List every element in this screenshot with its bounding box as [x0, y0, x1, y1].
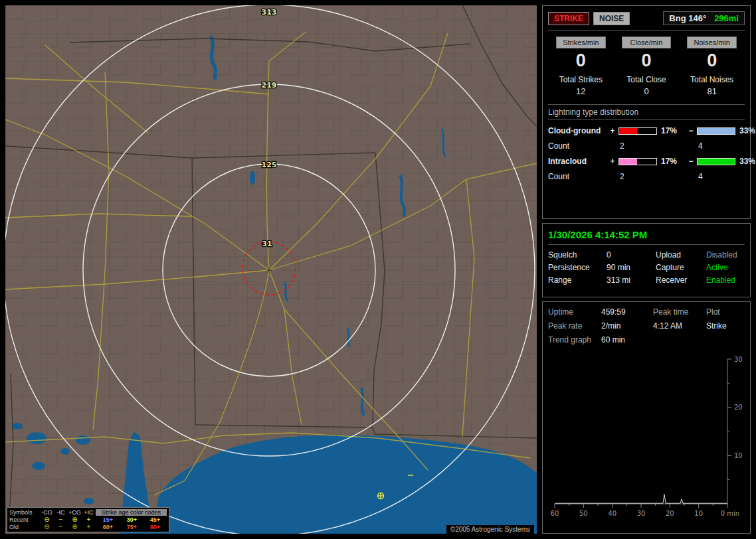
range-value: 313 mi — [607, 275, 656, 285]
bearing-readout: Bng 146° 296mi — [663, 11, 745, 25]
squelch-value: 0 — [607, 250, 656, 260]
cg-negative-bar — [697, 127, 735, 135]
neg-ic-old-icon: − — [54, 524, 68, 530]
legend-col-pos-ic: +IC — [82, 509, 96, 516]
uptime-value: 459:59 — [601, 307, 653, 317]
age-60: 60+ — [96, 524, 120, 530]
age-90: 90+ — [143, 524, 167, 530]
display-mode-row: STRIKE NOISE Bng 146° 296mi — [548, 11, 745, 31]
total-noises-value: 81 — [679, 86, 745, 96]
legend-row-old-label: Old — [9, 524, 40, 530]
range-label: Range — [548, 275, 607, 285]
trend-line — [555, 495, 727, 504]
close-per-min-value: 0 — [614, 50, 680, 71]
ic-positive-count: 2 — [618, 172, 657, 181]
cg-negative-pct: 33% — [737, 126, 756, 135]
old-strike-symbol — [378, 493, 384, 499]
upload-label: Upload — [656, 250, 706, 260]
noises-per-min-button[interactable]: Noises/min — [687, 37, 737, 48]
copyright-notice: ©2005 Astrogenic Systems — [446, 525, 534, 534]
neg-ic-recent-icon: − — [54, 516, 68, 523]
ring-label-313: 313 — [262, 8, 277, 17]
right-panel: STRIKE NOISE Bng 146° 296mi Strikes/min … — [542, 5, 751, 534]
pos-ic-old-icon: + — [82, 524, 96, 530]
minus-sign: − — [686, 126, 696, 135]
upload-status: Disabled — [706, 250, 745, 260]
settings-panel: 1/30/2026 4:14:52 PM Squelch 0 Upload Di… — [542, 223, 751, 297]
ring-label-31: 31 — [262, 240, 272, 248]
settings-grid: Squelch 0 Upload Disabled Persistence 90… — [548, 250, 745, 285]
legend-age-header: Strike age color codes — [96, 509, 167, 516]
counters-panel: STRIKE NOISE Bng 146° 296mi Strikes/min … — [542, 5, 751, 219]
total-strikes-value: 12 — [548, 86, 614, 96]
squelch-label: Squelch — [548, 250, 607, 260]
age-15: 15+ — [96, 516, 120, 523]
trend-chart-svg: 30 20 10 60 50 40 30 20 10 0 min — [548, 348, 745, 522]
cloud-ground-count-row: Count 2 4 — [548, 141, 745, 151]
x-label-60: 60 — [551, 510, 559, 517]
legend-col-pos-cg: +CG — [68, 509, 82, 516]
x-label-50: 50 — [579, 510, 588, 517]
lightning-map[interactable]: 313 219 125 31 Symbols -CG -IC +CG +IC S… — [5, 5, 537, 534]
strikes-per-min-value: 0 — [548, 50, 614, 71]
total-noises-label: Total Noises — [679, 75, 745, 84]
strike-mode-button[interactable]: STRIKE — [548, 12, 589, 25]
legend-symbols-header: Symbols — [9, 509, 40, 516]
rates-grid: Strikes/min Close/min Noises/min 0 0 0 T… — [548, 37, 745, 96]
minus-sign: − — [686, 157, 696, 166]
persistence-value: 90 min — [607, 263, 656, 272]
y-label-30: 30 — [734, 356, 743, 363]
noises-per-min-value: 0 — [679, 50, 745, 71]
intracloud-row: Intracloud + 17% − 33% — [548, 157, 745, 166]
persistence-label: Persistence — [548, 263, 607, 272]
age-45: 45+ — [143, 516, 167, 523]
intracloud-count-row: Count 2 4 — [548, 172, 745, 181]
ic-negative-bar — [697, 158, 735, 165]
peak-time-value: 4:12 AM — [653, 321, 706, 331]
y-label-10: 10 — [734, 452, 743, 459]
total-close-label: Total Close — [614, 75, 680, 84]
x-label-40: 40 — [608, 510, 616, 517]
x-label-10: 10 — [694, 510, 703, 517]
pos-cg-recent-icon: ⊕ — [68, 516, 82, 523]
x-labels: 60 50 40 30 20 10 0 min — [551, 510, 740, 517]
uptime-label: Uptime — [548, 307, 601, 317]
x-label-0min: 0 min — [721, 510, 739, 517]
capture-status: Active — [706, 263, 745, 272]
peak-time-label: Peak time — [653, 307, 706, 317]
ic-positive-bar — [618, 158, 657, 165]
ic-negative-pct: 33% — [737, 157, 756, 166]
distribution-title: Lightning type distribution — [548, 104, 745, 120]
receiver-label: Receiver — [656, 275, 706, 285]
ic-positive-pct: 17% — [658, 157, 685, 166]
y-label-20: 20 — [734, 404, 743, 411]
map-legend: Symbols -CG -IC +CG +IC Strike age color… — [7, 507, 169, 532]
neg-cg-old-icon: ⊖ — [40, 524, 54, 530]
chart-axes — [555, 359, 727, 504]
age-30: 30+ — [120, 516, 143, 523]
noise-mode-button[interactable]: NOISE — [593, 12, 630, 25]
plus-sign: + — [608, 157, 617, 166]
plus-sign: + — [608, 126, 617, 135]
datetime-display: 1/30/2026 4:14:52 PM — [548, 229, 745, 245]
ic-negative-count: 4 — [697, 172, 735, 181]
pos-cg-old-icon: ⊕ — [68, 524, 82, 530]
ring-label-125: 125 — [262, 161, 277, 169]
cloud-ground-row: Cloud-ground + 17% − 33% — [548, 126, 745, 135]
map-canvas: 313 219 125 31 — [5, 5, 537, 534]
intracloud-label: Intracloud — [548, 157, 607, 166]
plot-value: Strike — [706, 321, 745, 331]
x-label-30: 30 — [637, 510, 646, 517]
y-ticks — [727, 359, 731, 480]
total-strikes-label: Total Strikes — [548, 75, 614, 84]
count-label: Count — [548, 141, 607, 151]
capture-label: Capture — [656, 263, 706, 272]
close-per-min-button[interactable]: Close/min — [622, 37, 672, 48]
cg-negative-count: 4 — [697, 141, 735, 151]
ring-label-219: 219 — [262, 81, 277, 90]
peak-rate-value: 2/min — [601, 321, 653, 331]
strikes-per-min-button[interactable]: Strikes/min — [556, 37, 606, 48]
bearing-label: Bng 146° — [669, 13, 706, 23]
trend-chart: 30 20 10 60 50 40 30 20 10 0 min — [548, 348, 745, 528]
legend-col-neg-cg: -CG — [40, 509, 54, 516]
